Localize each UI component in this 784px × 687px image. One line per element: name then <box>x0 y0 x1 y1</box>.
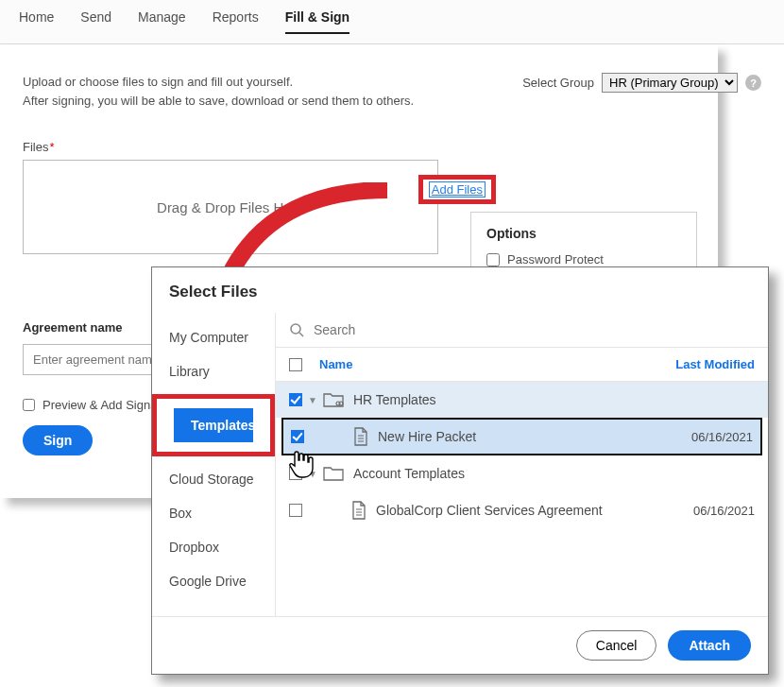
select-group: Select Group HR (Primary Group) ? <box>522 73 761 93</box>
nav-send[interactable]: Send <box>80 9 111 34</box>
sidebar-cloud-storage[interactable]: Cloud Storage <box>152 462 275 496</box>
sidebar-box[interactable]: Box <box>152 496 275 530</box>
files-dropzone[interactable]: Drag & Drop Files Here <box>23 160 438 254</box>
row-name: New Hire Packet <box>378 429 476 444</box>
sidebar-dropbox[interactable]: Dropbox <box>152 530 275 564</box>
search-row <box>276 313 768 348</box>
required-asterisk: * <box>49 140 54 154</box>
row-checkbox[interactable] <box>289 504 302 517</box>
modal-title: Select Files <box>152 267 768 313</box>
table-row[interactable]: ▼ Account Templates <box>276 455 768 491</box>
select-group-label: Select Group <box>522 76 594 90</box>
table-row[interactable]: GlobalCorp Client Services Agreement 06/… <box>276 491 768 529</box>
col-last-modified[interactable]: Last Modified <box>675 357 755 371</box>
folder-shared-icon <box>323 465 344 482</box>
add-files-link[interactable]: Add Files <box>429 181 486 198</box>
nav-manage[interactable]: Manage <box>138 9 186 34</box>
svg-point-0 <box>291 324 300 334</box>
row-name: GlobalCorp Client Services Agreement <box>376 503 603 518</box>
select-files-modal: Select Files My Computer Library Templat… <box>151 266 769 675</box>
row-name: HR Templates <box>353 392 436 407</box>
row-name: Account Templates <box>353 466 465 481</box>
attach-button[interactable]: Attach <box>668 630 751 661</box>
expand-caret-icon[interactable]: ▼ <box>308 395 317 405</box>
sidebar-library[interactable]: Library <box>152 354 275 388</box>
expand-caret-icon[interactable]: ▼ <box>308 469 317 479</box>
help-icon[interactable]: ? <box>745 75 761 91</box>
row-date: 06/16/2021 <box>691 430 753 444</box>
table-row[interactable]: ▼ HR Templates <box>276 382 768 418</box>
sidebar-google-drive[interactable]: Google Drive <box>152 564 275 598</box>
intro-line1: Upload or choose files to sign and fill … <box>23 73 414 92</box>
folder-shared-icon <box>323 391 344 408</box>
nav-home[interactable]: Home <box>19 9 54 34</box>
row-checkbox[interactable] <box>291 430 304 443</box>
files-label-text: Files <box>23 140 48 154</box>
modal-main: Name Last Modified ▼ HR Templates New H <box>275 313 768 616</box>
preview-checkbox[interactable] <box>23 399 35 411</box>
table-header: Name Last Modified <box>276 348 768 382</box>
document-icon <box>353 427 368 446</box>
nav-reports[interactable]: Reports <box>213 9 259 34</box>
preview-label: Preview & Add Signa <box>43 398 157 412</box>
add-files-highlight: Add Files <box>418 175 496 204</box>
row-checkbox[interactable] <box>289 393 302 406</box>
search-input[interactable] <box>314 322 755 337</box>
modal-sidebar: My Computer Library Templates Cloud Stor… <box>152 313 275 616</box>
intro-text: Upload or choose files to sign and fill … <box>23 73 414 110</box>
sign-button[interactable]: Sign <box>23 425 93 455</box>
nav-fill-sign[interactable]: Fill & Sign <box>285 9 349 34</box>
dropzone-text: Drag & Drop Files Here <box>157 199 304 215</box>
search-icon <box>289 322 304 337</box>
cancel-button[interactable]: Cancel <box>576 630 657 661</box>
select-group-dropdown[interactable]: HR (Primary Group) <box>602 73 738 93</box>
row-checkbox[interactable] <box>289 467 302 480</box>
row-date: 06/16/2021 <box>693 504 755 518</box>
table-row[interactable]: New Hire Packet 06/16/2021 <box>281 418 762 455</box>
svg-line-1 <box>299 333 303 336</box>
sidebar-my-computer[interactable]: My Computer <box>152 320 275 354</box>
templates-highlight: Templates <box>152 394 275 456</box>
col-name[interactable]: Name <box>319 357 352 371</box>
sidebar-templates[interactable]: Templates <box>174 408 253 442</box>
select-all-checkbox[interactable] <box>289 358 302 371</box>
intro-line2: After signing, you will be able to save,… <box>23 92 414 111</box>
modal-footer: Cancel Attach <box>152 616 768 674</box>
files-label: Files* <box>23 140 761 154</box>
document-icon <box>351 501 366 520</box>
top-nav: Home Send Manage Reports Fill & Sign <box>0 0 784 44</box>
